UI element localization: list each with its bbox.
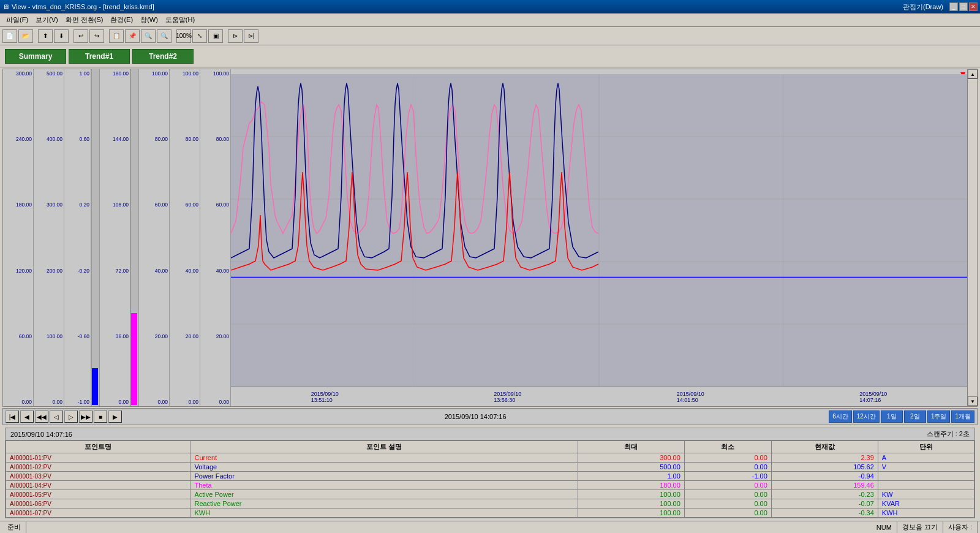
nav-rewind-button[interactable]: ◀◀ [35,410,48,423]
desc-7: KWH [190,508,578,518]
tab-summary[interactable]: Summary [5,49,66,64]
bar-magenta [131,313,137,405]
scan-cycle: 스캔주기 : 2초 [927,429,970,439]
status-alarm[interactable]: 경보음 끄기 [897,521,943,533]
menu-view[interactable]: 보기(V) [32,14,62,26]
range-2d-button[interactable]: 2일 [904,410,926,423]
yaxis-3: 1.00 0.60 0.20 -0.20 -0.60 -1.00 [64,69,91,406]
data-table: 포인트명 포인트 설명 최대 최소 현재값 단위 AI00001-01:PV C… [6,440,974,518]
status-user: 사용자 : [943,521,978,533]
vertical-scrollbar[interactable]: ▲ ▼ [967,69,977,406]
current-6: -0.07 [771,499,878,508]
toolbar-zoom100[interactable]: 100% [176,29,191,43]
nav-play-button[interactable]: ▶ [108,410,122,423]
desc-2: Voltage [190,463,578,472]
max-2: 500.00 [578,463,684,472]
toolbar-zoomin[interactable]: 🔍 [141,29,156,43]
desc-6: Reactive Power [190,499,578,508]
close-button[interactable]: ✕ [969,2,978,11]
chart-svg [231,74,967,387]
point-1: AI00001-01:PV [6,453,190,463]
toolbar-copy[interactable]: 📋 [109,29,124,43]
maximize-button[interactable]: □ [959,2,968,11]
menu-screen[interactable]: 화면 전환(S) [62,14,107,26]
trend-chart-area: ▼ [231,69,967,406]
range-1m-button[interactable]: 1개월 [951,410,974,423]
table-row: AI00001-02:PV Voltage 500.00 0.00 105.62… [6,463,974,472]
unit-4 [878,481,974,490]
unit-5: KW [878,490,974,499]
min-3: -1.00 [684,472,771,481]
nav-controls: |◀ ◀ ◀◀ ◁ ▷ ▶▶ ■ ▶ [6,410,122,423]
max-3: 1.00 [578,472,684,481]
table-header-row: 2015/09/10 14:07:16 스캔주기 : 2초 [6,428,974,440]
point-7: AI00001-07:PV [6,508,190,518]
col-current: 현재값 [771,441,878,453]
tab-trend2[interactable]: Trend#2 [132,49,194,64]
toolbar-zoomfit[interactable]: ⤡ [192,29,207,43]
point-5: AI00001-05:PV [6,490,190,499]
yaxis-7: 100.00 80.00 60.00 40.00 20.00 0.00 [200,69,231,406]
time-axis: 2015/09/1013:51:10 2015/09/1013:56:30 20… [231,387,967,406]
yaxis-4: 180.00 144.00 108.00 72.00 36.00 0.00 [100,69,130,406]
nav-back-button[interactable]: ◁ [50,410,63,423]
min-4: 0.00 [684,481,771,490]
nav-stop-button[interactable]: ■ [94,410,107,423]
nav-prev-button[interactable]: ◀ [20,410,34,423]
table-row: AI00001-05:PV Active Power 100.00 0.00 -… [6,490,974,499]
app-icon: 🖥 [2,3,9,10]
scroll-up-button[interactable]: ▲ [968,69,978,79]
range-6h-button[interactable]: 6시간 [829,410,852,423]
tab-bar: Summary Trend#1 Trend#2 [0,45,980,67]
col-unit: 단위 [878,441,974,453]
nav-next-button[interactable]: ▶▶ [79,410,92,423]
toolbar-zoomout[interactable]: 🔍 [157,29,172,43]
title-bar: 🖥 View - vtms_dno_KRISS.org - [trend_kri… [0,0,980,13]
status-ready: 준비 [2,521,26,533]
unit-2: V [878,463,974,472]
toolbar-up[interactable]: ⬆ [38,29,53,43]
table-row: AI00001-04:PV Theta 180.00 0.00 159.46 [6,481,974,490]
menu-env[interactable]: 환경(E) [107,14,137,26]
col-point: 포인트명 [6,441,190,453]
nav-first-button[interactable]: |◀ [6,410,19,423]
desc-4: Theta [190,481,578,490]
toolbar-open[interactable]: 📂 [18,29,33,43]
current-4: 159.46 [771,481,878,490]
max-4: 180.00 [578,481,684,490]
toolbar-nav1[interactable]: ⊳ [228,29,243,43]
menu-window[interactable]: 창(W) [137,14,162,26]
col-max: 최대 [578,441,684,453]
scroll-down-button[interactable]: ▼ [968,396,978,406]
desc-1: Current [190,453,578,463]
menu-help[interactable]: 도움말(H) [162,14,198,26]
toolbar-down[interactable]: ⬇ [54,29,69,43]
toolbar-fwd[interactable]: ↪ [89,29,104,43]
toolbar-back[interactable]: ↩ [74,29,88,43]
yaxes-container: 300.00 240.00 180.00 120.00 60.00 0.00 5… [3,69,231,406]
title-bar-text: View - vtms_dno_KRISS.org - [trend_kriss… [12,3,154,10]
point-6: AI00001-06:PV [6,499,190,508]
nav-fwd-button[interactable]: ▷ [64,410,78,423]
table-row: AI00001-07:PV KWH 100.00 0.00 -0.34 KWH [6,508,974,518]
menu-bar: 파일(F) 보기(V) 화면 전환(S) 환경(E) 창(W) 도움말(H) [0,13,980,27]
toolbar-paste[interactable]: 📌 [125,29,140,43]
range-1w-button[interactable]: 1주일 [927,410,951,423]
data-table-container: 2015/09/10 14:07:16 스캔주기 : 2초 포인트명 포인트 설… [5,428,975,518]
table-row: AI00001-03:PV Power Factor 1.00 -1.00 -0… [6,472,974,481]
minimize-button[interactable]: _ [949,2,958,11]
max-5: 100.00 [578,490,684,499]
time-range-controls: 6시간 12시간 1일 2일 1주일 1개월 [829,410,974,423]
toolbar-nav2[interactable]: ⊳| [244,29,258,43]
point-3: AI00001-03:PV [6,472,190,481]
toolbar-new[interactable]: 📄 [2,29,17,43]
min-2: 0.00 [684,463,771,472]
current-time-display: 2015/09/10 14:07:16 [445,413,507,420]
range-12h-button[interactable]: 12시간 [853,410,880,423]
tab-trend1[interactable]: Trend#1 [69,49,130,64]
range-1d-button[interactable]: 1일 [881,410,903,423]
menu-file[interactable]: 파일(F) [2,14,32,26]
col-desc: 포인트 설명 [190,441,578,453]
yaxis-2: 500.00 400.00 300.00 200.00 100.00 0.00 [34,69,64,406]
toolbar-zoomwin[interactable]: ▣ [208,29,223,43]
